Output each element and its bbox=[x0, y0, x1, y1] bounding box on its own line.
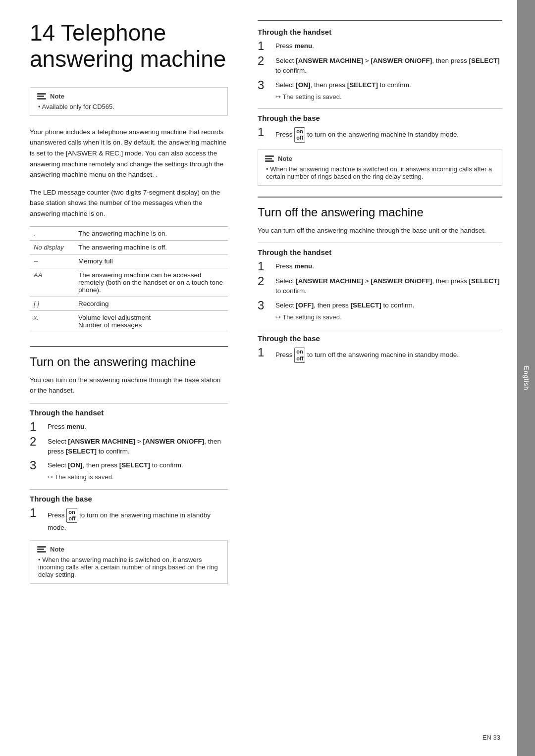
step-number: 2 bbox=[258, 275, 269, 287]
sidebar-label: English bbox=[523, 366, 530, 391]
step-content: Press onoff to turn on the answering mac… bbox=[48, 508, 228, 533]
table-cell-symbol: [ ] bbox=[30, 297, 74, 310]
turn-off-title: Turn off the answering machine bbox=[258, 197, 502, 219]
step-item: 1 Press menu. bbox=[258, 41, 502, 52]
on-off-icon: onoff bbox=[294, 127, 305, 142]
note-icon bbox=[265, 155, 274, 162]
subsection-title-handset-off: Through the handset bbox=[258, 243, 502, 256]
step-number: 1 bbox=[30, 421, 42, 433]
table-row: AA The answering machine can be accessed… bbox=[30, 268, 228, 297]
step-content: Select [OFF], then press [SELECT] to con… bbox=[275, 301, 502, 322]
step-number: 3 bbox=[258, 300, 269, 311]
step-content: Press menu. bbox=[275, 261, 502, 271]
steps-list-base-on: 1 Press onoff to turn on the answering m… bbox=[30, 508, 228, 533]
step-item: 1 Press onoff to turn on the answering m… bbox=[30, 508, 228, 533]
note-label: Note bbox=[50, 93, 64, 100]
table-cell-desc: The answering machine is off. bbox=[74, 240, 228, 254]
table-cell-desc: The answering machine is on. bbox=[74, 226, 228, 240]
table-cell-symbol: AA bbox=[30, 268, 74, 297]
step-content: Press menu. bbox=[48, 422, 228, 432]
turn-on-title: Turn on the answering machine bbox=[30, 346, 228, 369]
table-row: No display The answering machine is off. bbox=[30, 240, 228, 254]
table-cell-desc: Memory full bbox=[74, 254, 228, 268]
turn-off-base: Through the base 1 Press onoff to turn o… bbox=[258, 329, 502, 362]
table-cell-desc: The answering machine can be accessed re… bbox=[74, 268, 228, 297]
on-off-icon: onoff bbox=[294, 348, 305, 362]
table-cell-desc: Volume level adjustmentNumber of message… bbox=[74, 310, 228, 332]
step-content: Select [ANSWER MACHINE] > [ANSWER ON/OFF… bbox=[48, 437, 228, 457]
note-box-base-on: Note • When the answering machine is swi… bbox=[30, 540, 228, 584]
step-number: 2 bbox=[30, 436, 42, 448]
table-cell-symbol: -- bbox=[30, 254, 74, 268]
step-number: 1 bbox=[30, 507, 42, 519]
table-cell-symbol: No display bbox=[30, 240, 74, 254]
table-row: [ ] Recording bbox=[30, 297, 228, 310]
right-col-turn-on-base: Through the base 1 Press onoff to turn o… bbox=[258, 108, 502, 185]
turn-off-handset: Through the handset 1 Press menu. 2 Sele… bbox=[258, 243, 502, 322]
right-col-turn-on-handset: Through the handset 1 Press menu. 2 Sele… bbox=[258, 20, 502, 101]
right-subsection-title-base-on: Through the base bbox=[258, 108, 502, 122]
table-row: -- Memory full bbox=[30, 254, 228, 268]
step-item: 2 Select [ANSWER MACHINE] > [ANSWER ON/O… bbox=[258, 56, 502, 76]
step-number: 1 bbox=[258, 40, 269, 52]
sidebar-language: English bbox=[517, 0, 535, 756]
step-number: 2 bbox=[258, 55, 269, 67]
note-label: Note bbox=[50, 546, 64, 553]
step-item: 3 Select [ON], then press [SELECT] to co… bbox=[30, 460, 228, 482]
steps-list-handset-on: 1 Press menu. 2 Select [ANSWER MACHINE] … bbox=[30, 422, 228, 482]
note-label: Note bbox=[278, 155, 292, 162]
step-item: 2 Select [ANSWER MACHINE] > [ANSWER ON/O… bbox=[30, 437, 228, 457]
table-cell-symbol: x. bbox=[30, 310, 74, 332]
step-number: 3 bbox=[258, 79, 269, 91]
step-content: Select [ON], then press [SELECT] to conf… bbox=[48, 460, 228, 482]
note-icon bbox=[37, 546, 46, 553]
step-number: 3 bbox=[30, 459, 42, 471]
note-content-right-base-on: • When the answering machine is switched… bbox=[265, 165, 495, 180]
table-row: . The answering machine is on. bbox=[30, 226, 228, 240]
chapter-title: 14 Telephone answering machine bbox=[30, 20, 228, 72]
right-subsection-title-handset-on: Through the handset bbox=[258, 20, 502, 36]
turn-on-handset: Through the handset 1 Press menu. 2 Sele… bbox=[30, 403, 228, 482]
step-content: Select [ANSWER MACHINE] > [ANSWER ON/OFF… bbox=[275, 56, 502, 76]
step-content: Select [ANSWER MACHINE] > [ANSWER ON/OFF… bbox=[275, 276, 502, 297]
subsection-title-base-off: Through the base bbox=[258, 329, 502, 343]
step-item: 1 Press menu. bbox=[30, 422, 228, 433]
steps-list-base-off: 1 Press onoff to turn off the answering … bbox=[258, 348, 502, 362]
turn-on-section: Turn on the answering machine You can tu… bbox=[30, 346, 228, 584]
table-cell-desc: Recording bbox=[74, 297, 228, 310]
right-steps-list-handset-on: 1 Press menu. 2 Select [ANSWER MACHINE] … bbox=[258, 41, 502, 101]
step-item: 3 Select [ON], then press [SELECT] to co… bbox=[258, 80, 502, 102]
subsection-title-base-on: Through the base bbox=[30, 489, 228, 503]
note-content-base-on: • When the answering machine is switched… bbox=[37, 556, 220, 578]
page-footer: EN 33 bbox=[482, 734, 500, 741]
step-item: 3 Select [OFF], then press [SELECT] to c… bbox=[258, 301, 502, 322]
right-steps-list-base-on: 1 Press onoff to turn on the answering m… bbox=[258, 127, 502, 142]
step-content: Press onoff to turn on the answering mac… bbox=[275, 127, 502, 142]
subsection-title-handset-on: Through the handset bbox=[30, 403, 228, 417]
note-box-top: Note • Available only for CD565. bbox=[30, 87, 228, 116]
on-off-icon: onoff bbox=[66, 508, 77, 523]
turn-on-body: You can turn on the answering machine th… bbox=[30, 375, 228, 396]
table-cell-symbol: . bbox=[30, 226, 74, 240]
step-content: Select [ON], then press [SELECT] to conf… bbox=[275, 80, 502, 102]
turn-off-section: Turn off the answering machine You can t… bbox=[258, 197, 502, 363]
steps-list-handset-off: 1 Press menu. 2 Select [ANSWER MACHINE] … bbox=[258, 261, 502, 322]
table-row: x. Volume level adjustmentNumber of mess… bbox=[30, 310, 228, 332]
step-content: Press menu. bbox=[275, 41, 502, 51]
body-text-2: The LED message counter (two digits 7-se… bbox=[30, 187, 228, 219]
step-item: 1 Press onoff to turn on the answering m… bbox=[258, 127, 502, 142]
step-item: 1 Press onoff to turn off the answering … bbox=[258, 348, 502, 362]
step-content: Press onoff to turn off the answering ma… bbox=[275, 348, 502, 362]
turn-on-base: Through the base 1 Press onoff to turn o… bbox=[30, 489, 228, 584]
step-number: 1 bbox=[258, 126, 269, 138]
note-content: • Available only for CD565. bbox=[37, 103, 220, 110]
body-text-1: Your phone includes a telephone answerin… bbox=[30, 127, 228, 180]
step-number: 1 bbox=[258, 347, 269, 358]
status-table: . The answering machine is on. No displa… bbox=[30, 226, 228, 332]
step-item: 2 Select [ANSWER MACHINE] > [ANSWER ON/O… bbox=[258, 276, 502, 297]
turn-off-body: You can turn off the answering machine t… bbox=[258, 225, 502, 236]
step-number: 1 bbox=[258, 260, 269, 272]
note-icon bbox=[37, 93, 46, 100]
step-item: 1 Press menu. bbox=[258, 261, 502, 272]
note-box-right-base-on: Note • When the answering machine is swi… bbox=[258, 150, 502, 186]
